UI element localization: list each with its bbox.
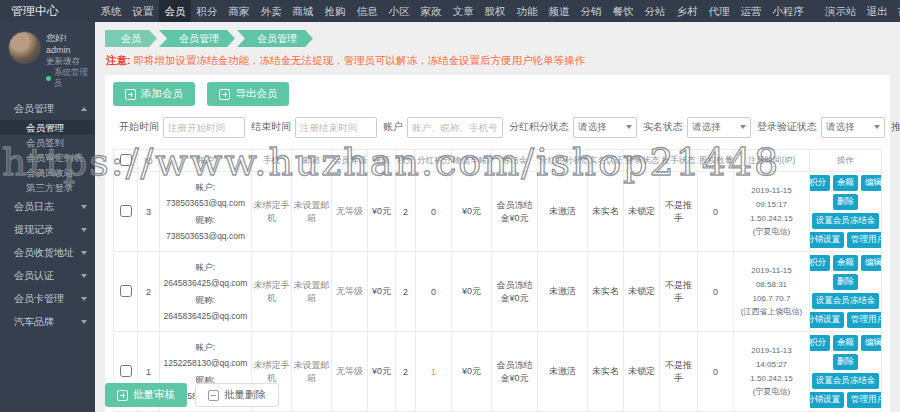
top-menu-item[interactable]: 商家 xyxy=(223,0,255,22)
account-search-input[interactable] xyxy=(407,117,503,138)
balance-button[interactable]: 余额 xyxy=(833,335,858,351)
top-menu-item[interactable]: 分销 xyxy=(575,0,607,22)
sidebar-group[interactable]: 会员卡管理 xyxy=(0,287,95,310)
balance-button[interactable]: 余额 xyxy=(833,255,858,271)
top-menu: 系统设置会员积分商家外卖商城抢购信息小区家政文章股权功能频道分销餐饮分站乡村代理… xyxy=(95,0,820,22)
top-menu-item[interactable]: 积分 xyxy=(191,0,223,22)
top-menu-item[interactable]: 文章 xyxy=(447,0,479,22)
edit-button[interactable]: 编辑 xyxy=(861,335,882,351)
top-bar: 管理中心 系统设置会员积分商家外卖商城抢购信息小区家政文章股权功能频道分销餐饮分… xyxy=(0,0,900,22)
user-box: 您好! admin 更新缓存 系统管理员 xyxy=(0,22,95,97)
sidebar-group[interactable]: 提现记录 xyxy=(0,218,95,241)
cell-operations: 积分 余额 编辑 删除 设置会员冻结金 分销设置 管理用户 xyxy=(810,172,882,252)
sidebar-subitem[interactable]: 会员管理 xyxy=(0,120,95,135)
filter-select[interactable]: 请选择 xyxy=(687,117,751,138)
top-link-home[interactable]: 首页 xyxy=(893,0,900,22)
cell-dividend: 0 xyxy=(416,252,452,332)
breadcrumb-item[interactable]: 会员 xyxy=(105,30,157,47)
plus-icon xyxy=(219,89,230,100)
filter-label: 实名状态 xyxy=(643,120,683,134)
delete-button[interactable]: 删除 xyxy=(833,194,858,210)
top-menu-item[interactable]: 分站 xyxy=(639,0,671,22)
breadcrumb-item[interactable]: 会员管理 xyxy=(237,30,313,47)
account-label: 账户 xyxy=(383,120,403,134)
row-checkbox[interactable] xyxy=(120,365,132,377)
distribution-button[interactable]: 分销设置 xyxy=(810,232,845,248)
chevron-down-icon xyxy=(81,251,87,255)
sidebar-group[interactable]: 会员收货地址 xyxy=(0,241,95,264)
top-link-demo[interactable]: 演示站 xyxy=(820,0,862,22)
update-cache-link[interactable]: 更新缓存 xyxy=(46,56,91,67)
top-menu-item[interactable]: 餐饮 xyxy=(607,0,639,22)
cell-dividend: 0 xyxy=(416,172,452,252)
edit-button[interactable]: 编辑 xyxy=(861,255,882,271)
delete-button[interactable]: 删除 xyxy=(833,354,858,370)
sidebar-group[interactable]: 会员日志 xyxy=(0,195,95,218)
sidebar-group[interactable]: 汽车品牌 xyxy=(0,310,95,333)
batch-delete-button[interactable]: 批量删除 xyxy=(195,383,279,407)
breadcrumb-item[interactable]: 会员管理 xyxy=(159,30,235,47)
top-menu-item[interactable]: 会员 xyxy=(159,0,191,22)
sidebar-subitem[interactable]: 会员签到 xyxy=(0,135,95,150)
cell-realname: 未实名 xyxy=(588,172,624,252)
top-menu-item[interactable]: 商城 xyxy=(287,0,319,22)
top-menu-item[interactable]: 运营 xyxy=(735,0,767,22)
chevron-down-icon xyxy=(81,297,87,301)
top-right-links: 演示站 退出 首页 xyxy=(820,0,900,22)
top-menu-item[interactable]: 系统 xyxy=(95,0,127,22)
members-table: ID账户 手机邮箱 会员等级余额 积分分红积分 物流车账户冻结金 分红积分状态实… xyxy=(113,149,882,412)
set-frozen-button[interactable]: 设置会员冻结金 xyxy=(812,293,880,309)
top-menu-item[interactable]: 小程序 xyxy=(767,0,810,22)
points-button[interactable]: 积分 xyxy=(810,255,831,271)
balance-button[interactable]: 余额 xyxy=(833,175,858,191)
content-panel: 添加会员 导出会员 开始时间 结束时间 账户 分红积分状态请选择实名状态请选择登… xyxy=(105,75,890,412)
app-title: 管理中心 xyxy=(0,0,95,22)
end-time-input[interactable] xyxy=(295,117,377,138)
manage-user-button[interactable]: 管理用户 xyxy=(847,312,882,328)
avatar xyxy=(8,31,41,64)
top-menu-item[interactable]: 股权 xyxy=(479,0,511,22)
top-menu-item[interactable]: 乡村 xyxy=(671,0,703,22)
cell-truck-account: ¥0元 xyxy=(452,252,492,332)
row-checkbox[interactable] xyxy=(120,285,132,297)
filter-select[interactable]: 请选择 xyxy=(821,117,885,138)
top-menu-item[interactable]: 小区 xyxy=(383,0,415,22)
cell-equity: 0 xyxy=(698,252,734,332)
top-menu-item[interactable]: 抢购 xyxy=(319,0,351,22)
set-frozen-button[interactable]: 设置会员冻结金 xyxy=(812,213,880,229)
sidebar-group[interactable]: 会员认证 xyxy=(0,264,95,287)
start-time-input[interactable] xyxy=(163,117,245,138)
top-menu-item[interactable]: 信息 xyxy=(351,0,383,22)
sidebar-subitem[interactable]: 第三方登录 xyxy=(0,180,95,195)
notice-text: 注意: 即将增加设置冻结金功能，冻结金无法提现，管理员可以解冻，冻结金设置后方便… xyxy=(106,54,890,68)
cell-operations: 积分 余额 编辑 删除 设置会员冻结金 分销设置 管理用户 xyxy=(810,252,882,332)
top-menu-item[interactable]: 设置 xyxy=(127,0,159,22)
sidebar-group-members[interactable]: 会员管理 xyxy=(0,97,95,120)
sidebar-subitem[interactable]: 会员审定列表 xyxy=(0,150,95,165)
top-menu-item[interactable]: 代理 xyxy=(703,0,735,22)
points-button[interactable]: 积分 xyxy=(810,335,831,351)
top-menu-item[interactable]: 功能 xyxy=(511,0,543,22)
points-button[interactable]: 积分 xyxy=(810,175,831,191)
add-member-button[interactable]: 添加会员 xyxy=(113,82,195,106)
batch-audit-button[interactable]: 批量审核 xyxy=(105,383,187,407)
filter-select[interactable]: 请选择 xyxy=(573,117,637,138)
top-link-logout[interactable]: 退出 xyxy=(862,0,893,22)
delete-button[interactable]: 删除 xyxy=(833,274,858,290)
select-all-checkbox[interactable] xyxy=(120,154,132,166)
cell-login-status: 未锁定 xyxy=(624,172,660,252)
row-checkbox[interactable] xyxy=(120,205,132,217)
distribution-button[interactable]: 分销设置 xyxy=(810,312,845,328)
top-menu-item[interactable]: 家政 xyxy=(415,0,447,22)
top-menu-item[interactable]: 频道 xyxy=(543,0,575,22)
manage-user-button[interactable]: 管理用户 xyxy=(847,232,882,248)
export-member-button[interactable]: 导出会员 xyxy=(207,82,289,106)
chevron-down-icon xyxy=(81,320,87,324)
edit-button[interactable]: 编辑 xyxy=(861,175,882,191)
chevron-down-icon xyxy=(740,125,746,129)
start-time-label: 开始时间 xyxy=(119,120,159,134)
top-menu-item[interactable]: 外卖 xyxy=(255,0,287,22)
sidebar-subitem[interactable]: 会员回收站 xyxy=(0,165,95,180)
cell-email: 未设置邮箱 xyxy=(292,252,332,332)
bottom-bar: 批量审核 批量删除 xyxy=(95,383,900,407)
